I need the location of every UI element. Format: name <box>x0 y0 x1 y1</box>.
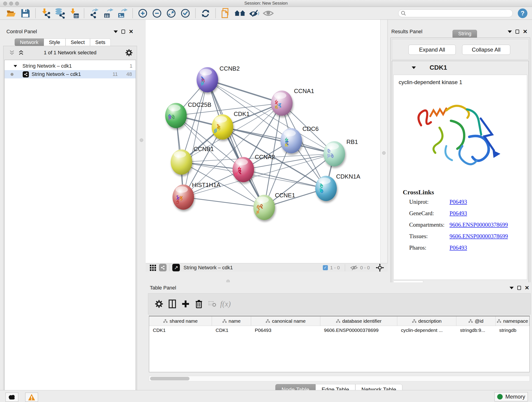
selected-checkbox-icon[interactable]: ✓ <box>323 265 328 270</box>
left-splitter[interactable] <box>138 20 146 272</box>
crosslink-link[interactable]: P06493 <box>450 199 467 205</box>
table-cell[interactable]: P06493 <box>251 326 320 335</box>
table-h-scrollbar[interactable] <box>149 376 530 381</box>
panel-float-icon[interactable] <box>517 286 521 290</box>
panel-close-icon[interactable]: ✕ <box>129 29 133 34</box>
create-column-button[interactable] <box>179 297 192 311</box>
protein-node-CDKN1A[interactable] <box>315 176 337 201</box>
string-home-button[interactable] <box>234 8 246 19</box>
results-tab-string[interactable]: String <box>452 30 477 38</box>
collapse-all-button[interactable]: Collapse All <box>462 45 510 55</box>
splitter-handle[interactable] <box>140 138 143 142</box>
protein-node-CDC6[interactable] <box>280 128 302 153</box>
warnings-button[interactable] <box>25 393 38 402</box>
column-header-database-identifier[interactable]: database identifier <box>320 316 397 326</box>
protein-node-RB1[interactable] <box>323 141 345 166</box>
export-image-button[interactable] <box>117 8 128 19</box>
panel-close-icon[interactable]: ✕ <box>523 29 527 34</box>
zoom-selected-button[interactable] <box>180 8 191 19</box>
right-splitter[interactable] <box>380 20 388 282</box>
column-header--id[interactable]: @id <box>456 316 496 326</box>
gear-icon[interactable] <box>125 49 133 56</box>
help-button[interactable]: ? <box>518 8 527 18</box>
open-documents-button[interactable] <box>220 8 231 19</box>
column-header-shared-name[interactable]: shared name <box>149 316 212 326</box>
tab-select[interactable]: Select <box>65 38 90 46</box>
expand-all-button[interactable]: Expand All <box>409 45 456 55</box>
edge-HIST1H1A-CCNE1[interactable] <box>183 197 264 207</box>
panel-menu-icon[interactable] <box>510 287 514 289</box>
table-row[interactable]: CDK1CDK1P064939606.ENSP00000378699cyclin… <box>149 326 530 335</box>
open-session-button[interactable] <box>6 8 17 19</box>
zoom-out-button[interactable] <box>151 8 163 19</box>
protein-node-CCNA2[interactable] <box>233 157 254 182</box>
panel-float-icon[interactable] <box>515 30 519 34</box>
open-in-new-icon[interactable]: ↗ <box>172 264 180 271</box>
search-input[interactable] <box>406 11 507 16</box>
node-table[interactable]: shared namenamecanonical namedatabase id… <box>149 316 530 372</box>
crosslink-link[interactable]: 9606.ENSP00000378699 <box>450 233 508 239</box>
edge-CCNA2-CDKN1A[interactable] <box>243 170 326 188</box>
import-network-file-button[interactable] <box>40 8 51 19</box>
gene-section-header[interactable]: CDK1 <box>392 61 529 74</box>
export-table-button[interactable] <box>103 8 114 19</box>
tree-expander-icon[interactable] <box>13 65 17 67</box>
delete-column-button[interactable] <box>192 297 206 311</box>
edge-CCNB2-CCNA1[interactable] <box>207 80 282 103</box>
apply-layout-button[interactable] <box>200 8 211 19</box>
panel-float-icon[interactable] <box>121 30 125 34</box>
crosslink-link[interactable]: P06493 <box>450 245 467 251</box>
table-cell[interactable]: CDK1 <box>149 326 212 335</box>
protein-node-CDK1[interactable] <box>212 114 233 140</box>
protein-node-CCNA1[interactable] <box>271 90 293 116</box>
search-box[interactable] <box>398 9 513 17</box>
protein-node-CDC25B[interactable] <box>165 103 187 128</box>
table-settings-button[interactable] <box>152 297 166 311</box>
panel-menu-icon[interactable] <box>508 31 512 33</box>
network-collection-row[interactable]: String Network – cdk1 1 <box>5 62 136 70</box>
network-share-icon[interactable] <box>159 264 167 271</box>
table-cell[interactable]: cyclin-dependent ... <box>397 326 456 335</box>
scrollbar-thumb[interactable] <box>150 377 190 380</box>
network-canvas[interactable]: CCNB2CCNA1CDC25BCDK1CDC6RB1CCNB1CCNA2CDK… <box>146 20 380 263</box>
network-graph[interactable]: CCNB2CCNA1CDC25BCDK1CDC6RB1CCNB1CCNA2CDK… <box>146 20 380 263</box>
network-row-selected[interactable]: String Network – cdk1 11 48 <box>5 70 136 78</box>
table-cell[interactable]: stringdb <box>496 326 530 335</box>
splitter-handle[interactable] <box>382 151 386 155</box>
column-header-description[interactable]: description <box>397 316 456 326</box>
table-cell[interactable]: 9606.ENSP00000378699 <box>320 326 397 335</box>
panel-menu-icon[interactable] <box>114 31 118 33</box>
hide-details-button[interactable] <box>248 8 260 19</box>
show-columns-button[interactable] <box>166 297 179 311</box>
panel-close-icon[interactable]: ✕ <box>525 285 529 291</box>
zoom-in-button[interactable] <box>137 8 148 19</box>
tab-style[interactable]: Style <box>44 38 65 46</box>
column-header-namespace[interactable]: namespace <box>496 316 530 326</box>
memory-button[interactable]: Memory <box>494 392 528 401</box>
protein-node-CCNE1[interactable] <box>253 195 275 220</box>
protein-node-HIST1H1A[interactable] <box>172 185 194 210</box>
section-expander-icon[interactable] <box>412 66 416 69</box>
tab-network[interactable]: Network <box>15 38 44 46</box>
table-cell[interactable]: stringdb:9... <box>456 326 496 335</box>
birds-eye-grid-icon[interactable] <box>149 264 156 271</box>
function-builder-button[interactable]: f(x) <box>219 297 232 311</box>
delete-table-button[interactable] <box>206 297 219 311</box>
protein-node-CCNB1[interactable] <box>171 149 192 175</box>
show-details-button[interactable] <box>263 8 274 19</box>
crosslink-link[interactable]: 9606.ENSP00000378699 <box>450 222 508 228</box>
edge-CCNB2-HIST1H1A[interactable] <box>183 80 207 197</box>
crosslink-link[interactable]: P06493 <box>450 210 467 216</box>
fit-crosshair-icon[interactable] <box>375 264 385 272</box>
tab-sets[interactable]: Sets <box>90 38 111 46</box>
table-cell[interactable]: CDK1 <box>212 326 251 335</box>
cloud-button[interactable] <box>6 393 18 402</box>
protein-node-CCNB2[interactable] <box>196 67 218 92</box>
import-table-button[interactable] <box>68 8 80 19</box>
column-header-canonical-name[interactable]: canonical name <box>251 316 320 326</box>
save-session-button[interactable] <box>20 8 31 19</box>
import-network-database-button[interactable] <box>54 8 65 19</box>
column-header-name[interactable]: name <box>212 316 251 326</box>
export-network-button[interactable] <box>89 8 100 19</box>
zoom-fit-button[interactable] <box>165 8 177 19</box>
